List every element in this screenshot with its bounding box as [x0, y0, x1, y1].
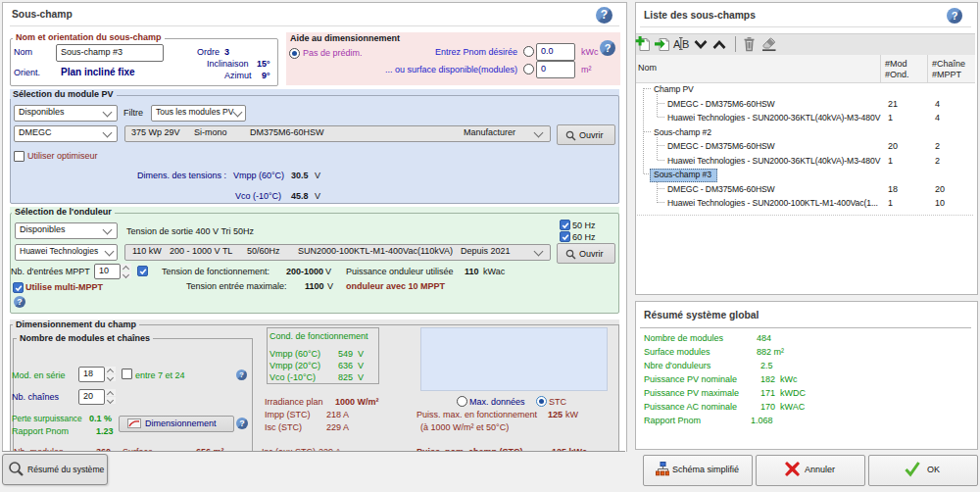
svg-text:B: B [682, 38, 689, 50]
svg-text:A: A [673, 38, 681, 50]
